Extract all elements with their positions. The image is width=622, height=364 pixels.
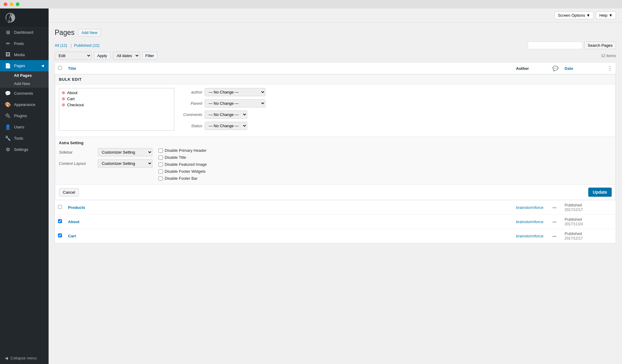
bulk-comments-select[interactable]: — No Change — [205, 111, 247, 119]
table-row: About brainstormforce — Published 2017/1… [55, 215, 616, 229]
help-arrow-icon: ▼ [609, 13, 613, 18]
author-link-cart[interactable]: brainstormforce [516, 234, 543, 238]
sidebar-item-appearance[interactable]: 🎨 Appearance [0, 99, 49, 110]
comments-products: — [549, 200, 562, 215]
bulk-status-select[interactable]: — No Change — [205, 122, 247, 130]
filter-button[interactable]: Filter [142, 52, 158, 60]
sidebar-item-dashboard[interactable]: ⊞ Dashboard [0, 27, 49, 38]
bulk-field-status-row: Status — No Change — [178, 122, 608, 130]
astra-content-layout-row: Content Layout Customizer Setting Boxed … [59, 159, 152, 168]
pages-table-wrapper: Title Author 💬 Date ⋮ [55, 62, 616, 243]
apply-button[interactable]: Apply [94, 52, 111, 60]
search-pages-area: Search Pages [528, 42, 616, 49]
bulk-action-select[interactable]: Edit Move to Trash [55, 52, 91, 60]
date-cart: Published 2017/12/17 [562, 229, 604, 243]
sidebar-item-settings[interactable]: ⚙ Settings [0, 144, 49, 155]
table-row: Products brainstormforce — Published 201… [55, 200, 616, 215]
row-checkbox-cart[interactable] [58, 233, 62, 237]
settings-icon: ⚙ [5, 147, 11, 152]
disable-primary-header-checkbox[interactable] [159, 148, 163, 153]
cancel-bulk-edit-button[interactable]: Cancel [59, 188, 79, 196]
astra-disable-title-row: Disable Title [159, 155, 207, 160]
author-link-products[interactable]: brainstormforce [516, 205, 543, 210]
date-products: Published 2017/12/17 [562, 200, 604, 215]
sidebar-item-tools[interactable]: 🔧 Tools [0, 133, 49, 144]
date-about: Published 2017/11/24 [562, 215, 604, 229]
sidebar-item-comments[interactable]: 💬 Comments [0, 88, 49, 99]
row-checkbox-about[interactable] [58, 219, 62, 223]
search-pages-button[interactable]: Search Pages [584, 42, 616, 49]
users-icon: 👤 [5, 124, 11, 130]
column-options-icon[interactable]: ⋮ [607, 65, 613, 71]
sidebar-subitem-add-new[interactable]: Add New [0, 80, 49, 88]
all-status-link[interactable]: All (12) [55, 43, 67, 48]
bulk-status-label: Status [178, 124, 202, 128]
disable-featured-image-checkbox[interactable] [159, 162, 163, 167]
minimize-button[interactable] [10, 2, 13, 6]
sidebar-item-users[interactable]: 👤 Users [0, 121, 49, 133]
sidebar-item-pages[interactable]: 📄 Pages ◀ [0, 60, 49, 71]
bulk-edit-page-name: Checkout [67, 103, 84, 107]
astra-settings-right: Disable Primary Header Disable Title [159, 148, 207, 181]
page-title-link-cart[interactable]: Cart [68, 234, 76, 238]
bulk-edit-panel: BULK EDIT ⊗ About [55, 74, 616, 200]
bulk-edit-page-item: ⊗ About [60, 90, 173, 96]
page-title-link-products[interactable]: Products [68, 205, 85, 210]
th-date: Date [562, 63, 604, 74]
date-filter-select[interactable]: All dates [113, 52, 140, 60]
tools-icon: 🔧 [5, 135, 11, 141]
astra-sidebar-select[interactable]: Customizer Setting No Sidebar Left Sideb… [98, 148, 152, 156]
date-sort-link[interactable]: Date [565, 66, 573, 71]
remove-checkout-icon[interactable]: ⊗ [62, 102, 65, 107]
bulk-field-author-row: author — No Change — [178, 88, 608, 96]
screen-options-button[interactable]: Screen Options ▼ [555, 12, 593, 19]
disable-title-label: Disable Title [165, 155, 186, 160]
close-button[interactable] [4, 2, 7, 6]
bulk-field-parent-row: Parent — No Change — [178, 99, 608, 107]
bulk-edit-body: ⊗ About ⊗ Cart [55, 84, 615, 137]
bulk-edit-header: BULK EDIT [55, 75, 615, 84]
media-icon: 🖼 [5, 52, 11, 57]
search-pages-input[interactable] [528, 42, 583, 49]
sidebar-item-media[interactable]: 🖼 Media [0, 49, 49, 60]
remove-about-icon[interactable]: ⊗ [62, 90, 65, 95]
help-button[interactable]: Help ▼ [596, 12, 616, 19]
remove-cart-icon[interactable]: ⊗ [62, 96, 65, 101]
bulk-edit-actions: Cancel Update [55, 184, 615, 200]
page-title: Pages [55, 29, 74, 37]
sidebar-item-posts[interactable]: ✏ Posts [0, 38, 49, 49]
pages-submenu: All Pages Add New [0, 71, 49, 88]
author-link-about[interactable]: brainstormforce [516, 219, 543, 224]
sidebar-subitem-all-pages[interactable]: All Pages [0, 71, 49, 80]
disable-footer-bar-label: Disable Footer Bar [165, 176, 197, 181]
add-new-button[interactable]: Add New [78, 29, 101, 36]
title-sort-link[interactable]: Title [68, 66, 76, 71]
th-author: Author [513, 63, 549, 74]
dashboard-icon: ⊞ [5, 29, 11, 35]
update-bulk-edit-button[interactable]: Update [588, 188, 612, 197]
table-row: Cart brainstormforce — Published 2017/12… [55, 229, 616, 243]
astra-content-layout-select[interactable]: Customizer Setting Boxed Full Width [98, 159, 152, 168]
page-title-link-about[interactable]: About [68, 219, 80, 224]
select-all-checkbox[interactable] [58, 66, 62, 70]
astra-disable-primary-header-row: Disable Primary Header [159, 148, 207, 153]
plugins-icon: 🔌 [5, 113, 11, 119]
astra-disable-footer-widgets-row: Disable Footer Widgets [159, 169, 207, 174]
maximize-button[interactable] [16, 2, 19, 6]
disable-title-checkbox[interactable] [159, 155, 163, 160]
comments-about: — [549, 215, 562, 229]
table-header-row: Title Author 💬 Date ⋮ [55, 63, 616, 74]
astra-sidebar-row: Sidebar Customizer Setting No Sidebar Le… [59, 148, 152, 156]
page-header: Pages Add New [55, 29, 616, 37]
disable-footer-widgets-checkbox[interactable] [159, 169, 163, 174]
sidebar-item-plugins[interactable]: 🔌 Plugins [0, 110, 49, 121]
collapse-menu-button[interactable]: ◀ Collapse menu [0, 352, 49, 364]
published-status-link[interactable]: Published (12) [74, 43, 100, 48]
bulk-author-select[interactable]: — No Change — [205, 88, 265, 96]
astra-disable-featured-image-row: Disable Featured Image [159, 162, 207, 167]
disable-footer-bar-checkbox[interactable] [159, 176, 163, 181]
bulk-parent-select[interactable]: — No Change — [205, 99, 265, 107]
row-checkbox-products[interactable] [58, 205, 62, 209]
items-count: 12 items [601, 53, 616, 58]
astra-setting-section: Astra Setting Sidebar Customizer Setti [55, 137, 615, 184]
